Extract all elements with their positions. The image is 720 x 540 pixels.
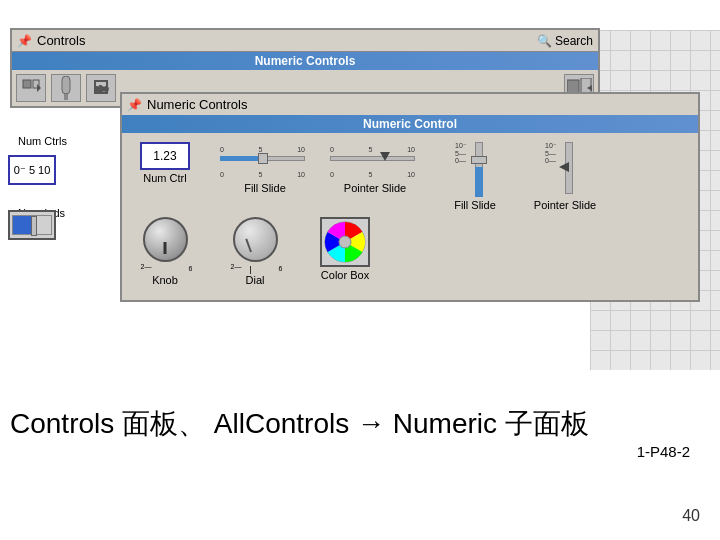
- dial-item: 2— 6 Dial: [220, 217, 290, 286]
- palette-num-ctrl-icon[interactable]: 0⁻ 5 10: [8, 155, 56, 185]
- num-ctrl-value: 1.23: [153, 149, 176, 163]
- knob-label: Knob: [152, 274, 178, 286]
- fill-slide-v-widget[interactable]: 10⁻5—0—: [455, 142, 495, 197]
- pointer-slide-h-min: 0: [330, 171, 334, 178]
- toolbar-icon-1[interactable]: [16, 74, 46, 102]
- outer-panel-header: Numeric Controls: [12, 52, 598, 70]
- left-palette-num-ind: [8, 210, 56, 240]
- search-label: Search: [555, 34, 593, 48]
- controls-row-1: 1.23 Num Ctrl 0510 0: [130, 142, 690, 211]
- search-icon: 🔍: [537, 34, 552, 48]
- pointer-slide-h-item: 0510 0 5 10 Pointer Slide: [330, 142, 420, 194]
- color-box-widget[interactable]: [320, 217, 370, 267]
- num-ctrl-label: Num Ctrl: [143, 172, 186, 184]
- subtitle: 1-P48-2: [10, 443, 710, 460]
- pointer-slide-v-label: Pointer Slide: [534, 199, 596, 211]
- pointer-slide-h-mid: 5: [369, 171, 373, 178]
- inner-panel-header: Numeric Control: [122, 115, 698, 133]
- dial-label: Dial: [246, 274, 265, 286]
- fill-slide-h-mid: 5: [259, 171, 263, 178]
- bottom-text-area: Controls 面板、 AllControls → Numeric 子面板 1…: [10, 405, 710, 460]
- inner-controls-panel: 📌 Numeric Controls Numeric Control 1.23 …: [120, 92, 700, 302]
- pointer-slide-h-widget[interactable]: 0510 0 5 10: [330, 142, 420, 180]
- toolbar-icon-2[interactable]: [51, 74, 81, 102]
- pointer-slide-h-label: Pointer Slide: [344, 182, 406, 194]
- num-ctrl-box[interactable]: 1.23: [140, 142, 190, 170]
- outer-panel-title: Controls: [37, 33, 85, 48]
- page-number: 40: [682, 507, 700, 525]
- dial-widget[interactable]: 2— 6: [228, 217, 283, 272]
- main-area: 📌 Controls 🔍 Search Numeric Controls: [0, 0, 720, 540]
- svg-rect-3: [62, 76, 70, 94]
- fill-slide-h-widget[interactable]: 0510 0 5 10: [220, 142, 310, 180]
- fill-slide-v-item: 10⁻5—0— Fill Slide: [440, 142, 510, 211]
- palette-num-ind-icon[interactable]: [8, 210, 56, 240]
- inner-panel-titlebar: 📌 Numeric Controls: [122, 94, 698, 115]
- controls-grid: 1.23 Num Ctrl 0510 0: [122, 137, 698, 300]
- outer-panel-titlebar: 📌 Controls 🔍 Search: [12, 30, 598, 52]
- inner-pin-icon: 📌: [127, 98, 142, 112]
- fill-slide-h-max: 10: [297, 171, 305, 178]
- svg-rect-0: [23, 80, 31, 88]
- search-area: 🔍 Search: [537, 34, 593, 48]
- left-palette-num-ctrl: 0⁻ 5 10: [8, 155, 56, 185]
- controls-row-2: 2— 6 Knob 2— 6: [130, 217, 690, 286]
- fill-slide-v-label: Fill Slide: [454, 199, 496, 211]
- main-title: Controls 面板、 AllControls → Numeric 子面板: [10, 405, 710, 443]
- svg-point-11: [339, 236, 351, 248]
- fill-slide-h-min: 0: [220, 171, 224, 178]
- color-box-item: Color Box: [310, 217, 380, 281]
- color-box-svg: [322, 219, 368, 265]
- palette-num-ctrl-value: 0⁻ 5 10: [14, 164, 51, 177]
- svg-rect-4: [64, 94, 68, 100]
- pointer-slide-h-max: 10: [407, 171, 415, 178]
- toolbar-icon-3[interactable]: abc: [86, 74, 116, 102]
- inner-panel-title: Numeric Controls: [147, 97, 247, 112]
- num-ctrl-item: 1.23 Num Ctrl: [130, 142, 200, 184]
- knob-item: 2— 6 Knob: [130, 217, 200, 286]
- pointer-slide-v-item: 10⁻5—0— Pointer Slide: [530, 142, 600, 211]
- fill-slide-h-label: Fill Slide: [244, 182, 286, 194]
- pointer-slide-v-widget[interactable]: 10⁻5—0—: [545, 142, 585, 197]
- pin-icon: 📌: [17, 34, 32, 48]
- svg-text:abc: abc: [95, 84, 108, 93]
- color-box-label: Color Box: [321, 269, 369, 281]
- knob-widget[interactable]: 2— 6: [138, 217, 193, 272]
- fill-slide-h-item: 0510 0 5 10 Fill Slide: [220, 142, 310, 194]
- num-ctrls-label: Num Ctrls: [18, 135, 67, 147]
